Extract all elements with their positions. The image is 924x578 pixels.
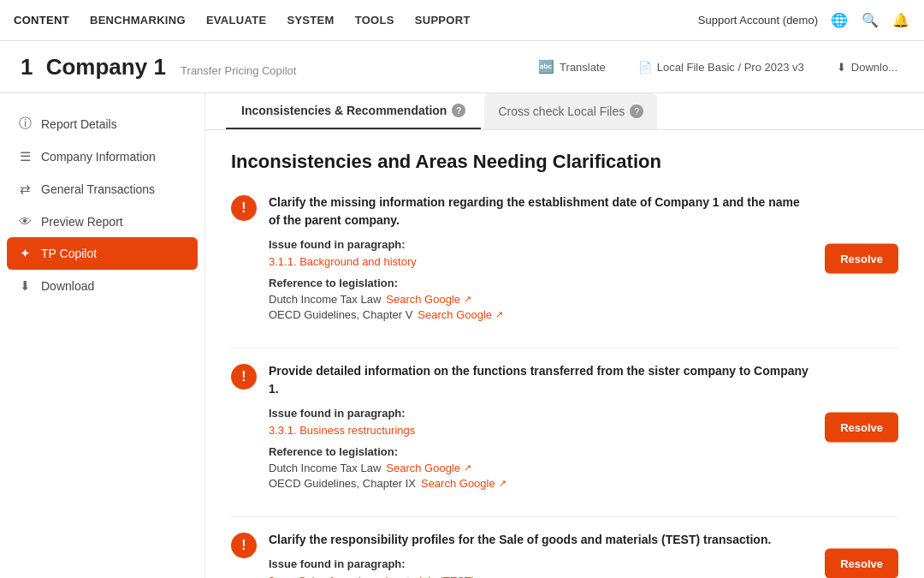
page-title-area: 1 Company 1 Transfer Pricing Copilot (21, 54, 296, 80)
ref-link-1-0[interactable]: Search Google ↗ (386, 293, 471, 306)
issue-card-3: ! Clarify the responsibility profiles fo… (231, 531, 898, 578)
nav-items-left: CONTENT BENCHMARKING EVALUATE SYSTEM TOO… (14, 14, 471, 27)
download-icon: ⬇ (17, 278, 33, 294)
page-subtitle: Transfer Pricing Copilot (181, 64, 296, 77)
issue-paragraph-link-2[interactable]: 3.3.1. Business restructurings (269, 424, 415, 437)
translate-icon: 🔤 (538, 59, 554, 74)
tab-inconsistencies-help-icon[interactable]: ? (452, 104, 465, 117)
sidebar-item-download-label: Download (41, 279, 94, 293)
section-title: Inconsistencies and Areas Needing Clarif… (231, 151, 898, 173)
issue-ref-label-2: Reference to legislation: (269, 445, 813, 458)
tab-cross-check-label: Cross check Local Files (498, 104, 625, 118)
issue-body-3: Clarify the responsibility profiles for … (269, 531, 898, 578)
support-account-label[interactable]: Support Account (demo) (698, 14, 818, 27)
ext-icon-1-0: ↗ (464, 294, 471, 305)
issue-icon-1: ! (231, 195, 257, 221)
sidebar: ⓘ Report Details ☰ Company Information ⇄… (0, 93, 205, 578)
company-number: 1 (21, 54, 33, 80)
issue-card-2: ! Provide detailed information on the fu… (231, 362, 898, 492)
page-header: 1 Company 1 Transfer Pricing Copilot 🔤 T… (0, 41, 924, 93)
issue-paragraph-link-1[interactable]: 3.1.1. Background and history (269, 255, 417, 268)
header-actions: 🔤 Translate 📄 Local File Basic / Pro 202… (529, 53, 907, 80)
content-area: Inconsistencies and Areas Needing Clarif… (205, 130, 924, 578)
ref-prefix-2-1: OECD Guidelines, Chapter IX (269, 477, 416, 490)
sidebar-item-download[interactable]: ⬇ Download (0, 270, 204, 302)
top-navigation: CONTENT BENCHMARKING EVALUATE SYSTEM TOO… (0, 0, 924, 41)
nav-support[interactable]: SUPPORT (415, 14, 471, 27)
download-header-icon: ⬇ (837, 61, 846, 74)
issue-ref-row-2-0: Dutch Income Tax Law Search Google ↗ (269, 462, 813, 474)
nav-benchmarking[interactable]: BENCHMARKING (90, 14, 186, 27)
ext-icon-2-1: ↗ (499, 478, 506, 489)
bell-icon[interactable]: 🔔 (891, 11, 910, 30)
divider-1 (231, 348, 898, 349)
tabs-bar: Inconsistencies & Recommendation ? Cross… (205, 93, 924, 130)
issue-title-2: Provide detailed information on the func… (269, 362, 813, 398)
issue-found-label-2: Issue found in paragraph: (269, 407, 813, 420)
sidebar-item-company-information[interactable]: ☰ Company Information (0, 140, 204, 173)
issue-body-1: Clarify the missing information regardin… (269, 194, 898, 324)
ref-link-2-1[interactable]: Search Google ↗ (421, 477, 506, 490)
sidebar-item-general-transactions[interactable]: ⇄ General Transactions (0, 173, 204, 206)
tab-inconsistencies[interactable]: Inconsistencies & Recommendation ? (226, 93, 481, 129)
download-header-button[interactable]: ⬇ Downlo... (827, 55, 907, 80)
ref-link-1-1[interactable]: Search Google ↗ (418, 308, 503, 321)
tp-copilot-icon: ✦ (17, 246, 33, 261)
sidebar-item-report-details[interactable]: ⓘ Report Details (0, 107, 204, 140)
nav-tools[interactable]: TOOLS (355, 14, 394, 27)
issue-ref-row-2-1: OECD Guidelines, Chapter IX Search Googl… (269, 477, 813, 490)
preview-report-icon: 👁 (17, 214, 33, 229)
sidebar-item-tp-copilot[interactable]: ✦ TP Copilot (7, 237, 198, 270)
resolve-button-1[interactable]: Resolve (825, 244, 898, 274)
translate-button[interactable]: 🔤 Translate (529, 53, 615, 80)
nav-evaluate[interactable]: EVALUATE (206, 14, 267, 27)
tab-cross-check[interactable]: Cross check Local Files ? (484, 93, 657, 129)
ext-icon-2-0: ↗ (464, 462, 471, 474)
main-content: Inconsistencies & Recommendation ? Cross… (205, 93, 924, 578)
ref-prefix-1-0: Dutch Income Tax Law (269, 293, 381, 306)
page-title: 1 Company 1 Transfer Pricing Copilot (21, 54, 296, 80)
company-information-icon: ☰ (17, 149, 33, 164)
ext-icon-1-1: ↗ (495, 309, 503, 320)
download-header-label: Downlo... (851, 61, 897, 74)
divider-2 (231, 516, 898, 517)
ref-prefix-1-1: OECD Guidelines, Chapter V (269, 308, 412, 321)
issue-title-1: Clarify the missing information regardin… (269, 194, 813, 229)
issue-body-2: Provide detailed information on the func… (269, 362, 898, 492)
issue-icon-3: ! (231, 533, 257, 558)
nav-content[interactable]: CONTENT (14, 14, 69, 27)
globe-icon[interactable]: 🌐 (830, 11, 849, 30)
sidebar-item-tp-copilot-label: TP Copilot (41, 247, 97, 260)
issue-ref-row-1-1: OECD Guidelines, Chapter V Search Google… (269, 308, 813, 321)
sidebar-item-general-transactions-label: General Transactions (41, 182, 155, 196)
tab-cross-check-help-icon[interactable]: ? (630, 104, 643, 118)
resolve-button-3[interactable]: Resolve (825, 549, 898, 579)
issue-title-3: Clarify the responsibility profiles for … (269, 531, 813, 549)
sidebar-item-report-details-label: Report Details (41, 117, 117, 131)
main-layout: ⓘ Report Details ☰ Company Information ⇄… (0, 93, 924, 578)
report-details-icon: ⓘ (17, 116, 33, 132)
company-name: Company 1 (46, 54, 166, 80)
ref-link-2-0[interactable]: Search Google ↗ (386, 462, 471, 474)
issue-ref-row-1-0: Dutch Income Tax Law Search Google ↗ (269, 293, 813, 306)
ref-prefix-2-0: Dutch Income Tax Law (269, 462, 381, 474)
tab-inconsistencies-label: Inconsistencies & Recommendation (241, 104, 447, 117)
sidebar-item-preview-report[interactable]: 👁 Preview Report (0, 206, 204, 237)
issue-ref-label-1: Reference to legislation: (269, 277, 813, 289)
nav-items-right: Support Account (demo) 🌐 🔍 🔔 (698, 11, 910, 30)
local-file-button[interactable]: 📄 Local File Basic / Pro 2023 v3 (629, 55, 814, 80)
issue-found-label-1: Issue found in paragraph: (269, 238, 813, 251)
issue-found-label-3: Issue found in paragraph: (269, 557, 813, 570)
translate-label: Translate (560, 61, 606, 74)
search-icon[interactable]: 🔍 (861, 11, 880, 30)
sidebar-item-preview-report-label: Preview Report (41, 215, 123, 229)
nav-system[interactable]: SYSTEM (287, 14, 334, 27)
issue-card-1: ! Clarify the missing information regard… (231, 194, 898, 324)
general-transactions-icon: ⇄ (17, 182, 33, 197)
sidebar-item-company-information-label: Company Information (41, 150, 156, 164)
issue-paragraph-link-3[interactable]: 3.x.x. Sale of goods and materials (TEST… (269, 575, 475, 578)
issue-icon-2: ! (231, 364, 257, 390)
resolve-button-2[interactable]: Resolve (825, 413, 898, 443)
local-file-label: Local File Basic / Pro 2023 v3 (657, 61, 804, 74)
local-file-icon: 📄 (638, 61, 652, 74)
